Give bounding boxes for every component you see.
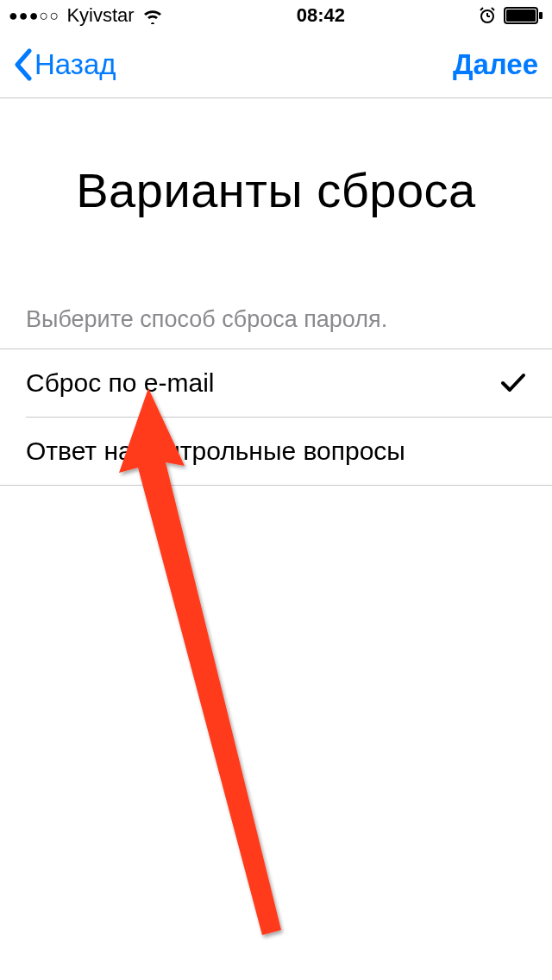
option-label: Сброс по e-mail bbox=[26, 368, 215, 398]
status-right bbox=[478, 6, 543, 25]
page-subtitle: Выберите способ сброса пароля. bbox=[0, 306, 552, 349]
option-security-questions[interactable]: Ответ на контрольные вопросы bbox=[26, 417, 552, 485]
nav-bar: Назад Далее bbox=[0, 31, 552, 98]
svg-rect-6 bbox=[506, 9, 536, 22]
signal-strength-icon: ●●●○○ bbox=[9, 7, 60, 25]
page-title: Варианты сброса bbox=[0, 162, 552, 218]
svg-rect-7 bbox=[539, 12, 543, 19]
svg-line-4 bbox=[492, 8, 494, 10]
battery-icon bbox=[504, 7, 543, 24]
option-label: Ответ на контрольные вопросы bbox=[26, 437, 405, 466]
reset-options-list: Сброс по e-mail Ответ на контрольные воп… bbox=[0, 349, 552, 486]
alarm-icon bbox=[478, 6, 497, 25]
status-left: ●●●○○ Kyivstar bbox=[9, 4, 164, 27]
option-reset-by-email[interactable]: Сброс по e-mail bbox=[0, 349, 552, 417]
chevron-left-icon bbox=[14, 48, 33, 81]
checkmark-icon bbox=[500, 373, 526, 393]
status-bar: ●●●○○ Kyivstar 08:42 bbox=[0, 0, 552, 31]
svg-line-3 bbox=[480, 8, 483, 10]
next-button[interactable]: Далее bbox=[453, 48, 538, 81]
status-time: 08:42 bbox=[297, 4, 345, 27]
carrier-label: Kyivstar bbox=[66, 4, 134, 27]
back-label: Назад bbox=[34, 48, 116, 81]
back-button[interactable]: Назад bbox=[14, 48, 116, 81]
wifi-icon bbox=[141, 7, 164, 24]
